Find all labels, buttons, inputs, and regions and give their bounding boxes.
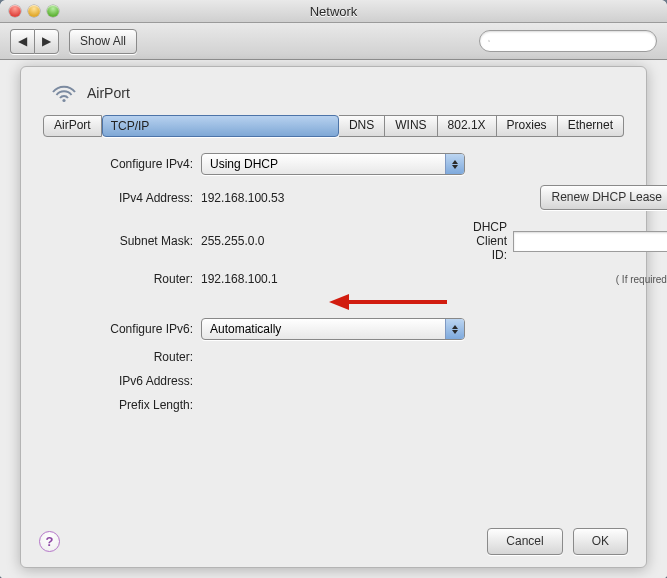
back-button[interactable]: ◀ xyxy=(10,29,34,54)
select-arrows-icon xyxy=(445,319,464,339)
help-button[interactable]: ? xyxy=(39,531,60,552)
tab-wins[interactable]: WINS xyxy=(385,115,437,137)
window-title: Network xyxy=(0,4,667,19)
search-field-wrapper[interactable] xyxy=(479,30,657,52)
help-icon: ? xyxy=(46,534,54,549)
tab-bar: AirPortTCP/IPDNSWINS802.1XProxiesEtherne… xyxy=(43,115,624,137)
show-all-label: Show All xyxy=(80,34,126,48)
advanced-sheet: AirPort AirPortTCP/IPDNSWINS802.1XProxie… xyxy=(20,66,647,568)
select-arrows-icon xyxy=(445,154,464,174)
renew-dhcp-lease-button[interactable]: Renew DHCP Lease xyxy=(540,185,667,210)
dhcp-client-id-input[interactable] xyxy=(513,231,667,252)
show-all-button[interactable]: Show All xyxy=(69,29,137,54)
cancel-label: Cancel xyxy=(506,534,543,548)
configure-ipv6-value: Automatically xyxy=(210,322,281,336)
window-body: AirPort AirPortTCP/IPDNSWINS802.1XProxie… xyxy=(0,60,667,578)
configure-ipv4-select[interactable]: Using DHCP xyxy=(201,153,465,175)
window-traffic-lights xyxy=(9,5,59,17)
svg-point-2 xyxy=(62,99,65,102)
ipv4-address-value: 192.168.100.53 xyxy=(201,191,465,205)
network-prefs-window: Network ◀ ▶ Show All xyxy=(0,0,667,578)
chevron-left-icon: ◀ xyxy=(18,34,27,48)
tab-ethernet[interactable]: Ethernet xyxy=(558,115,624,137)
tab-airport[interactable]: AirPort xyxy=(43,115,102,137)
dhcp-client-id-hint: ( If required ) xyxy=(616,274,667,285)
router-label: Router: xyxy=(53,272,193,286)
close-window-button[interactable] xyxy=(9,5,21,17)
svg-line-1 xyxy=(489,41,490,42)
ok-label: OK xyxy=(592,534,609,548)
wifi-icon xyxy=(51,83,77,103)
minimize-window-button[interactable] xyxy=(28,5,40,17)
tab-dns[interactable]: DNS xyxy=(339,115,385,137)
dhcp-client-id-label: DHCP Client ID: xyxy=(473,220,507,262)
tab-tcpip[interactable]: TCP/IP xyxy=(102,115,339,137)
configure-ipv4-label: Configure IPv4: xyxy=(53,157,193,171)
subnet-mask-value: 255.255.0.0 xyxy=(201,234,465,248)
ipv6-router-label: Router: xyxy=(53,350,193,364)
search-icon xyxy=(488,35,490,47)
subnet-mask-label: Subnet Mask: xyxy=(53,234,193,248)
configure-ipv6-label: Configure IPv6: xyxy=(53,322,193,336)
history-nav: ◀ ▶ xyxy=(10,29,59,54)
titlebar: Network xyxy=(0,0,667,23)
configure-ipv4-value: Using DHCP xyxy=(210,157,278,171)
renew-dhcp-lease-label: Renew DHCP Lease xyxy=(551,190,662,204)
cancel-button[interactable]: Cancel xyxy=(487,528,562,555)
ok-button[interactable]: OK xyxy=(573,528,628,555)
tab-8021x[interactable]: 802.1X xyxy=(438,115,497,137)
chevron-right-icon: ▶ xyxy=(42,34,51,48)
configure-ipv6-select[interactable]: Automatically xyxy=(201,318,465,340)
ipv6-address-label: IPv6 Address: xyxy=(53,374,193,388)
tcpip-form: Configure IPv4: Using DHCP IPv4 Address:… xyxy=(53,153,614,412)
router-value: 192.168.100.1 xyxy=(201,272,465,286)
service-header: AirPort xyxy=(51,83,624,103)
ipv4-address-label: IPv4 Address: xyxy=(53,191,193,205)
tab-proxies[interactable]: Proxies xyxy=(497,115,558,137)
sheet-footer: ? Cancel OK xyxy=(21,516,646,567)
service-name: AirPort xyxy=(87,85,130,101)
zoom-window-button[interactable] xyxy=(47,5,59,17)
search-input[interactable] xyxy=(494,33,648,49)
toolbar: ◀ ▶ Show All xyxy=(0,23,667,60)
ipv6-prefix-label: Prefix Length: xyxy=(53,398,193,412)
forward-button[interactable]: ▶ xyxy=(34,29,59,54)
